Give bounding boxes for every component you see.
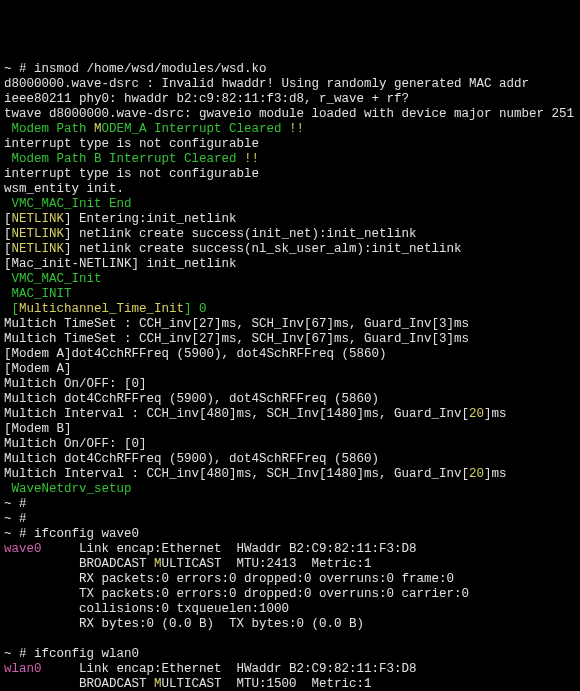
iface-line: BROADCAST MULTICAST MTU:2413 Metric:1 <box>4 557 372 571</box>
line: [NETLINK] Entering:init_netlink <box>4 212 237 226</box>
line: WaveNetdrv_setup <box>4 482 132 496</box>
prompt: ~ # <box>4 512 27 526</box>
iface-line: collisions:0 txqueuelen:1000 <box>4 602 289 616</box>
line: [Multichannel_Time_Init] 0 <box>4 302 207 316</box>
iface-line: TX packets:0 errors:0 dropped:0 overruns… <box>4 587 469 601</box>
line: ~ # insmod /home/wsd/modules/wsd.ko <box>4 62 267 76</box>
line: Multich dot4CchRFFreq (5900), dot4SchRFF… <box>4 452 379 466</box>
line: Modem Path B Interrupt Cleared !! <box>4 152 259 166</box>
line: [Modem A] <box>4 362 72 376</box>
line: [Mac_init-NETLINK] init_netlink <box>4 257 237 271</box>
line: Multich On/OFF: [0] <box>4 437 147 451</box>
line: wsm_entity init. <box>4 182 124 196</box>
iface-line: wave0 Link encap:Ethernet HWaddr B2:C9:8… <box>4 542 417 556</box>
line: [Modem B] <box>4 422 72 436</box>
line: interrupt type is not configurable <box>4 167 259 181</box>
line: Multich TimeSet : CCH_inv[27]ms, SCH_Inv… <box>4 317 469 331</box>
line: ieee80211 phy0: hwaddr b2:c9:82:11:f3:d8… <box>4 92 409 106</box>
iface-name: wlan0 <box>4 662 42 676</box>
iface-line: wlan0 Link encap:Ethernet HWaddr B2:C9:8… <box>4 662 417 676</box>
line: Multich dot4CchRFFreq (5900), dot4SchRFF… <box>4 392 379 406</box>
line: d8000000.wave-dsrc : Invalid hwaddr! Usi… <box>4 77 529 91</box>
line: Multich Interval : CCH_inv[480]ms, SCH_I… <box>4 407 507 421</box>
line: [Modem A]dot4CchRFFreq (5900), dot4SchRF… <box>4 347 387 361</box>
prompt: ~ # <box>4 497 27 511</box>
line: [NETLINK] netlink create success(nl_sk_u… <box>4 242 462 256</box>
line: twave d8000000.wave-dsrc: gwaveio module… <box>4 107 574 121</box>
line: Multich On/OFF: [0] <box>4 377 147 391</box>
line: VMC_MAC_Init <box>4 272 102 286</box>
terminal-output[interactable]: ~ # insmod /home/wsd/modules/wsd.ko d800… <box>4 62 576 691</box>
line: Multich TimeSet : CCH_inv[27]ms, SCH_Inv… <box>4 332 469 346</box>
line: MAC_INIT <box>4 287 72 301</box>
iface-line: RX bytes:0 (0.0 B) TX bytes:0 (0.0 B) <box>4 617 364 631</box>
iface-name: wave0 <box>4 542 42 556</box>
line: [NETLINK] netlink create success(init_ne… <box>4 227 417 241</box>
iface-line: BROADCAST MULTICAST MTU:1500 Metric:1 <box>4 677 372 691</box>
line: VMC_MAC_Init End <box>4 197 132 211</box>
line: Modem Path MODEM_A Interrupt Cleared !! <box>4 122 304 136</box>
line: Multich Interval : CCH_inv[480]ms, SCH_I… <box>4 467 507 481</box>
command-line: ~ # ifconfig wlan0 <box>4 647 139 661</box>
iface-line: RX packets:0 errors:0 dropped:0 overruns… <box>4 572 454 586</box>
command-line: ~ # ifconfig wave0 <box>4 527 139 541</box>
line: interrupt type is not configurable <box>4 137 259 151</box>
